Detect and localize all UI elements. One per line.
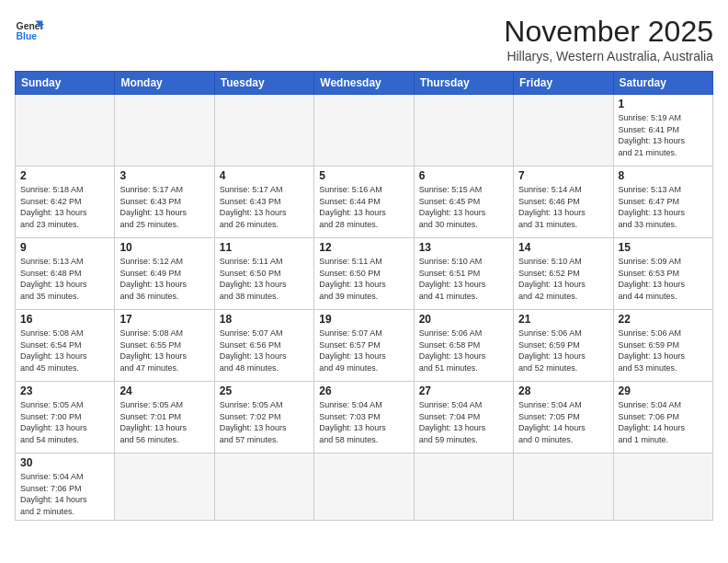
day-info: Sunrise: 5:10 AM Sunset: 6:51 PM Dayligh… [419, 256, 508, 302]
calendar-cell-4-2: 17Sunrise: 5:08 AM Sunset: 6:55 PM Dayli… [115, 310, 214, 382]
weekday-header-sunday: Sunday [16, 72, 115, 95]
day-info: Sunrise: 5:04 AM Sunset: 7:05 PM Dayligh… [518, 399, 608, 445]
day-number: 24 [119, 385, 209, 397]
calendar-cell-6-1: 30Sunrise: 5:04 AM Sunset: 7:06 PM Dayli… [16, 454, 115, 521]
day-number: 3 [119, 169, 209, 182]
day-info: Sunrise: 5:10 AM Sunset: 6:52 PM Dayligh… [518, 256, 608, 302]
weekday-header-friday: Friday [514, 72, 613, 95]
day-number: 1 [619, 98, 708, 110]
calendar-cell-6-6 [514, 454, 613, 521]
calendar-cell-2-4: 5Sunrise: 5:16 AM Sunset: 6:44 PM Daylig… [314, 167, 414, 238]
calendar-cell-4-7: 22Sunrise: 5:06 AM Sunset: 6:59 PM Dayli… [613, 310, 712, 382]
calendar-cell-6-2 [115, 454, 214, 521]
day-info: Sunrise: 5:13 AM Sunset: 6:47 PM Dayligh… [619, 184, 708, 230]
day-info: Sunrise: 5:04 AM Sunset: 7:06 PM Dayligh… [20, 471, 109, 517]
weekday-header-tuesday: Tuesday [214, 72, 313, 95]
day-number: 14 [518, 241, 608, 254]
day-number: 12 [319, 241, 408, 254]
day-info: Sunrise: 5:16 AM Sunset: 6:44 PM Dayligh… [319, 184, 408, 230]
calendar-cell-4-6: 21Sunrise: 5:06 AM Sunset: 6:59 PM Dayli… [514, 310, 613, 382]
calendar-cell-3-7: 15Sunrise: 5:09 AM Sunset: 6:53 PM Dayli… [613, 238, 712, 310]
day-number: 8 [619, 169, 708, 182]
day-number: 10 [119, 241, 209, 254]
day-number: 6 [419, 169, 508, 182]
day-info: Sunrise: 5:18 AM Sunset: 6:42 PM Dayligh… [20, 184, 109, 230]
calendar-cell-1-6 [514, 95, 613, 167]
calendar-cell-1-4 [314, 95, 414, 167]
calendar-cell-2-1: 2Sunrise: 5:18 AM Sunset: 6:42 PM Daylig… [16, 167, 115, 238]
calendar-week-5: 23Sunrise: 5:05 AM Sunset: 7:00 PM Dayli… [16, 382, 713, 454]
calendar-cell-2-5: 6Sunrise: 5:15 AM Sunset: 6:45 PM Daylig… [414, 167, 513, 238]
calendar-cell-3-6: 14Sunrise: 5:10 AM Sunset: 6:52 PM Dayli… [514, 238, 613, 310]
day-info: Sunrise: 5:05 AM Sunset: 7:00 PM Dayligh… [20, 399, 109, 445]
day-number: 11 [220, 241, 309, 254]
day-number: 15 [619, 241, 708, 254]
calendar-table: SundayMondayTuesdayWednesdayThursdayFrid… [15, 71, 713, 521]
calendar-cell-5-4: 26Sunrise: 5:04 AM Sunset: 7:03 PM Dayli… [314, 382, 414, 454]
day-number: 5 [319, 169, 408, 182]
calendar-cell-1-5 [414, 95, 513, 167]
day-info: Sunrise: 5:04 AM Sunset: 7:04 PM Dayligh… [419, 399, 508, 445]
calendar-cell-2-7: 8Sunrise: 5:13 AM Sunset: 6:47 PM Daylig… [613, 167, 712, 238]
logo: General Blue [15, 15, 44, 44]
weekday-header-row: SundayMondayTuesdayWednesdayThursdayFrid… [16, 72, 713, 95]
day-info: Sunrise: 5:12 AM Sunset: 6:49 PM Dayligh… [119, 256, 209, 302]
day-info: Sunrise: 5:14 AM Sunset: 6:46 PM Dayligh… [518, 184, 608, 230]
day-info: Sunrise: 5:07 AM Sunset: 6:56 PM Dayligh… [220, 327, 309, 373]
calendar-cell-6-3 [214, 454, 313, 521]
day-info: Sunrise: 5:09 AM Sunset: 6:53 PM Dayligh… [619, 256, 708, 302]
calendar-cell-6-5 [414, 454, 513, 521]
calendar-cell-1-3 [214, 95, 313, 167]
weekday-header-saturday: Saturday [613, 72, 712, 95]
day-info: Sunrise: 5:08 AM Sunset: 6:54 PM Dayligh… [20, 327, 109, 373]
calendar-week-4: 16Sunrise: 5:08 AM Sunset: 6:54 PM Dayli… [16, 310, 713, 382]
calendar-cell-3-3: 11Sunrise: 5:11 AM Sunset: 6:50 PM Dayli… [214, 238, 313, 310]
day-info: Sunrise: 5:08 AM Sunset: 6:55 PM Dayligh… [119, 327, 209, 373]
day-number: 23 [20, 385, 109, 397]
weekday-header-thursday: Thursday [414, 72, 513, 95]
day-number: 2 [20, 169, 109, 182]
calendar-cell-3-5: 13Sunrise: 5:10 AM Sunset: 6:51 PM Dayli… [414, 238, 513, 310]
title-section: November 2025 Hillarys, Western Australi… [504, 15, 713, 63]
day-number: 18 [220, 313, 309, 326]
calendar-cell-5-1: 23Sunrise: 5:05 AM Sunset: 7:00 PM Dayli… [16, 382, 115, 454]
calendar-week-3: 9Sunrise: 5:13 AM Sunset: 6:48 PM Daylig… [16, 238, 713, 310]
day-info: Sunrise: 5:04 AM Sunset: 7:03 PM Dayligh… [319, 399, 408, 445]
calendar-cell-1-2 [115, 95, 214, 167]
day-number: 9 [20, 241, 109, 254]
calendar-cell-2-3: 4Sunrise: 5:17 AM Sunset: 6:43 PM Daylig… [214, 167, 313, 238]
calendar-cell-3-2: 10Sunrise: 5:12 AM Sunset: 6:49 PM Dayli… [115, 238, 214, 310]
day-info: Sunrise: 5:11 AM Sunset: 6:50 PM Dayligh… [220, 256, 309, 302]
calendar-cell-4-1: 16Sunrise: 5:08 AM Sunset: 6:54 PM Dayli… [16, 310, 115, 382]
calendar-cell-2-6: 7Sunrise: 5:14 AM Sunset: 6:46 PM Daylig… [514, 167, 613, 238]
calendar-cell-4-3: 18Sunrise: 5:07 AM Sunset: 6:56 PM Dayli… [214, 310, 313, 382]
day-info: Sunrise: 5:17 AM Sunset: 6:43 PM Dayligh… [119, 184, 209, 230]
calendar-cell-1-7: 1Sunrise: 5:19 AM Sunset: 6:41 PM Daylig… [613, 95, 712, 167]
day-info: Sunrise: 5:11 AM Sunset: 6:50 PM Dayligh… [319, 256, 408, 302]
weekday-header-wednesday: Wednesday [314, 72, 414, 95]
weekday-header-monday: Monday [115, 72, 214, 95]
day-number: 13 [419, 241, 508, 254]
day-number: 4 [220, 169, 309, 182]
day-number: 22 [619, 313, 708, 326]
calendar-cell-5-7: 29Sunrise: 5:04 AM Sunset: 7:06 PM Dayli… [613, 382, 712, 454]
day-info: Sunrise: 5:07 AM Sunset: 6:57 PM Dayligh… [319, 327, 408, 373]
day-info: Sunrise: 5:06 AM Sunset: 6:59 PM Dayligh… [518, 327, 608, 373]
calendar-cell-5-3: 25Sunrise: 5:05 AM Sunset: 7:02 PM Dayli… [214, 382, 313, 454]
calendar-week-1: 1Sunrise: 5:19 AM Sunset: 6:41 PM Daylig… [16, 95, 713, 167]
day-number: 29 [619, 385, 708, 397]
calendar-cell-5-2: 24Sunrise: 5:05 AM Sunset: 7:01 PM Dayli… [115, 382, 214, 454]
day-number: 20 [419, 313, 508, 326]
calendar-cell-5-5: 27Sunrise: 5:04 AM Sunset: 7:04 PM Dayli… [414, 382, 513, 454]
day-info: Sunrise: 5:13 AM Sunset: 6:48 PM Dayligh… [20, 256, 109, 302]
calendar-week-2: 2Sunrise: 5:18 AM Sunset: 6:42 PM Daylig… [16, 167, 713, 238]
day-number: 26 [319, 385, 408, 397]
calendar-cell-6-4 [314, 454, 414, 521]
day-number: 17 [119, 313, 209, 326]
day-number: 16 [20, 313, 109, 326]
day-info: Sunrise: 5:15 AM Sunset: 6:45 PM Dayligh… [419, 184, 508, 230]
day-number: 19 [319, 313, 408, 326]
calendar-week-6: 30Sunrise: 5:04 AM Sunset: 7:06 PM Dayli… [16, 454, 713, 521]
page-header: General Blue November 2025 Hillarys, Wes… [15, 15, 713, 63]
day-info: Sunrise: 5:05 AM Sunset: 7:02 PM Dayligh… [220, 399, 309, 445]
